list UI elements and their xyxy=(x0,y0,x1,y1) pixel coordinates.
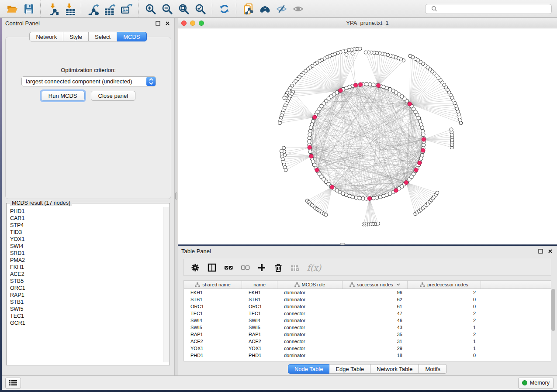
table-row[interactable]: PHD1PHD1dominator180 xyxy=(184,352,551,359)
ring-node[interactable] xyxy=(308,140,311,143)
add-column-button[interactable] xyxy=(255,261,269,274)
satellite-node[interactable] xyxy=(278,121,281,125)
table-row[interactable]: TEC1TEC1connector472 xyxy=(184,310,551,317)
mcds-hub-node[interactable] xyxy=(408,102,412,106)
zoom-out-button[interactable] xyxy=(159,1,175,16)
table-scrollbar-thumb[interactable] xyxy=(551,289,555,331)
ring-node[interactable] xyxy=(375,196,379,199)
ring-node[interactable] xyxy=(310,123,314,126)
mcds-hub-node[interactable] xyxy=(309,154,313,158)
mcds-hub-node[interactable] xyxy=(418,161,422,165)
satellite-node[interactable] xyxy=(450,128,453,131)
zoom-fit-button[interactable] xyxy=(175,1,192,16)
mcds-node-item[interactable]: YOX1 xyxy=(10,236,163,243)
ring-node[interactable] xyxy=(368,83,372,86)
run-mcds-button[interactable]: Run MCDS xyxy=(41,91,85,101)
mcds-node-item[interactable]: STB5 xyxy=(10,278,163,285)
search-neighbors-button[interactable] xyxy=(256,1,273,16)
save-session-button[interactable] xyxy=(20,1,37,16)
ring-node[interactable] xyxy=(419,157,423,160)
ring-node[interactable] xyxy=(308,136,311,140)
export-image-button[interactable] xyxy=(118,1,135,16)
select-all-rows-button[interactable] xyxy=(221,261,235,274)
tab-style[interactable]: Style xyxy=(63,32,89,41)
ring-node[interactable] xyxy=(365,83,368,86)
mcds-hub-node[interactable] xyxy=(339,89,343,93)
task-history-button[interactable] xyxy=(5,378,21,389)
column-header-shared-name[interactable]: shared name xyxy=(184,281,242,289)
ring-node[interactable] xyxy=(309,126,313,130)
mcds-node-item[interactable]: SRD1 xyxy=(10,250,163,257)
mcds-node-item[interactable]: RAP1 xyxy=(10,292,163,299)
column-header-MCDS-role[interactable]: MCDS role xyxy=(277,281,343,289)
mcds-node-item[interactable]: STB1 xyxy=(10,299,163,306)
show-all-button[interactable] xyxy=(290,1,306,16)
mcds-node-item[interactable]: ORC1 xyxy=(10,285,163,292)
table-row[interactable]: SWI4SWI4dominator462 xyxy=(184,317,551,324)
mcds-node-item[interactable]: FKH1 xyxy=(10,264,163,271)
tab-edge-table[interactable]: Edge Table xyxy=(329,364,370,374)
ring-node[interactable] xyxy=(358,196,361,200)
open-file-button[interactable] xyxy=(3,1,20,16)
mcds-node-item[interactable]: TID3 xyxy=(10,229,163,236)
mcds-result-list[interactable]: PHD1CAR1STP4TID3YOX1SWI4SRD1PMA2FKH1ACE2… xyxy=(7,207,163,362)
satellite-node[interactable] xyxy=(345,53,348,56)
mcds-node-item[interactable]: SWI4 xyxy=(10,243,163,250)
table-row[interactable]: SWI5SWI5connector431 xyxy=(184,324,551,331)
ring-node[interactable] xyxy=(420,126,424,130)
share-network-file-button[interactable] xyxy=(240,1,256,16)
mcds-hub-node[interactable] xyxy=(404,181,408,185)
satellite-node[interactable] xyxy=(351,52,354,55)
table-row[interactable]: FKH1FKH1dominator962 xyxy=(184,289,551,296)
close-panel-icon[interactable] xyxy=(164,20,171,27)
ring-node[interactable] xyxy=(421,129,425,133)
ring-node[interactable] xyxy=(372,196,375,200)
satellite-node[interactable] xyxy=(284,168,287,172)
tab-node-table[interactable]: Node Table xyxy=(288,364,330,374)
table-row[interactable]: ORC1ORC1dominator610 xyxy=(184,303,551,310)
float-table-panel-icon[interactable] xyxy=(537,248,544,254)
memory-button[interactable]: Memory xyxy=(518,378,554,389)
criterion-dropdown[interactable]: largest connected component (undirected) xyxy=(21,76,156,86)
ring-node[interactable] xyxy=(361,197,365,200)
mcds-hub-node[interactable] xyxy=(421,148,425,152)
satellite-node[interactable] xyxy=(324,213,328,217)
ring-node[interactable] xyxy=(351,195,355,199)
refresh-view-button[interactable] xyxy=(216,1,232,16)
mcds-hub-node[interactable] xyxy=(313,115,317,119)
ring-node[interactable] xyxy=(344,193,348,196)
import-table-button[interactable] xyxy=(61,1,77,16)
mcds-hub-node[interactable] xyxy=(414,168,418,172)
ring-node[interactable] xyxy=(308,150,312,154)
column-header-successor-nodes[interactable]: successor nodes xyxy=(343,281,408,289)
table-row[interactable]: ACE2ACE2connector311 xyxy=(184,338,551,345)
mcds-hub-node[interactable] xyxy=(367,196,371,200)
ring-node[interactable] xyxy=(348,85,351,89)
import-network-button[interactable] xyxy=(44,1,61,16)
deselect-all-rows-button[interactable] xyxy=(238,261,252,274)
mcds-node-item[interactable]: SWI5 xyxy=(10,306,163,313)
tab-network[interactable]: Network xyxy=(29,32,63,41)
mcds-hub-node[interactable] xyxy=(394,189,398,193)
ring-node[interactable] xyxy=(311,119,315,123)
horizontal-splitter-grip[interactable] xyxy=(340,243,345,245)
ring-node[interactable] xyxy=(422,143,426,147)
ring-node[interactable] xyxy=(348,194,351,198)
table-options-button[interactable] xyxy=(188,261,202,274)
mcds-node-item[interactable]: PHD1 xyxy=(10,208,163,215)
mcds-hub-node[interactable] xyxy=(308,145,311,149)
mcds-node-item[interactable]: GCR1 xyxy=(10,320,163,327)
delete-column-button[interactable] xyxy=(271,261,285,274)
ring-node[interactable] xyxy=(382,194,385,198)
mcds-hub-node[interactable] xyxy=(422,138,426,141)
vertical-splitter[interactable] xyxy=(175,18,178,375)
close-panel-button[interactable]: Close panel xyxy=(91,91,136,101)
network-search-box[interactable] xyxy=(425,4,552,14)
table-scrollbar[interactable] xyxy=(551,281,556,361)
ring-node[interactable] xyxy=(308,133,311,136)
table-row[interactable]: YOX1YOX1connector291 xyxy=(184,345,551,352)
show-columns-button[interactable] xyxy=(205,261,219,274)
tab-mcds[interactable]: MCDS xyxy=(117,32,146,41)
column-header-name[interactable]: name xyxy=(242,281,277,289)
zoom-selected-button[interactable] xyxy=(192,1,208,16)
